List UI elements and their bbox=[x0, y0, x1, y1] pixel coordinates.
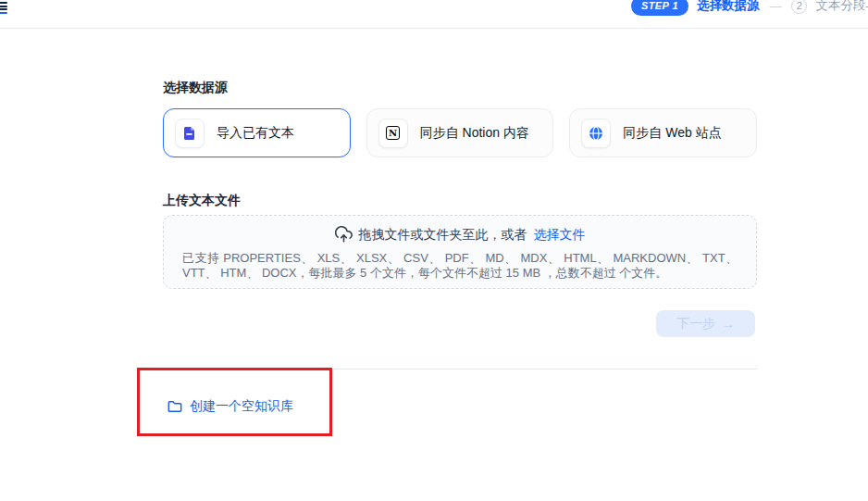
menu-icon[interactable] bbox=[0, 2, 7, 15]
choose-datasource-heading: 选择数据源 bbox=[163, 80, 228, 96]
create-empty-kb-link[interactable]: 创建一个空知识库 bbox=[167, 398, 293, 415]
drop-text: 拖拽文件或文件夹至此，或者 bbox=[359, 227, 527, 244]
supported-formats-text: 已支持 PROPERTIES、 XLS、 XLSX、 CSV、 PDF、 MD、… bbox=[182, 251, 738, 280]
folder-icon bbox=[167, 399, 182, 414]
step1-badge: STEP 1 bbox=[631, 0, 688, 16]
datasource-card-import-text[interactable]: 导入已有文本 bbox=[163, 108, 351, 157]
cloud-upload-icon bbox=[335, 226, 353, 244]
next-step-button[interactable]: 下一步 → bbox=[656, 310, 755, 337]
datasource-card-list: 导入已有文本 N 同步自 Notion 内容 同步自 Web 站点 bbox=[163, 108, 757, 157]
file-text-icon bbox=[175, 119, 205, 148]
datasource-card-notion[interactable]: N 同步自 Notion 内容 bbox=[366, 108, 554, 157]
step2-number-badge: 2 bbox=[791, 0, 807, 14]
file-dropzone[interactable]: 拖拽文件或文件夹至此，或者 选择文件 已支持 PROPERTIES、 XLS、 … bbox=[163, 215, 757, 289]
notion-icon: N bbox=[378, 119, 408, 148]
create-knowledge-page: STEP 1 选择数据源 — 2 文本分段与清洗 选择数据源 导入已有文本 N … bbox=[0, 0, 868, 501]
upload-file-heading: 上传文本文件 bbox=[163, 193, 241, 209]
dropzone-instruction: 拖拽文件或文件夹至此，或者 选择文件 bbox=[182, 226, 738, 244]
card-label: 同步自 Notion 内容 bbox=[420, 125, 529, 142]
next-step-label: 下一步 bbox=[676, 316, 715, 332]
browse-files-link[interactable]: 选择文件 bbox=[534, 227, 586, 244]
globe-icon bbox=[581, 119, 611, 148]
footer-divider bbox=[163, 369, 757, 369]
step1-label: 选择数据源 bbox=[697, 0, 760, 14]
step-separator: — bbox=[767, 0, 783, 13]
card-label: 同步自 Web 站点 bbox=[623, 125, 721, 142]
datasource-card-web[interactable]: 同步自 Web 站点 bbox=[569, 108, 757, 157]
create-empty-kb-label: 创建一个空知识库 bbox=[190, 398, 293, 415]
top-bar: STEP 1 选择数据源 — 2 文本分段与清洗 bbox=[0, 0, 868, 29]
card-label: 导入已有文本 bbox=[217, 125, 294, 142]
step2-label: 文本分段与清洗 bbox=[815, 0, 868, 14]
arrow-right-icon: → bbox=[722, 317, 735, 332]
step-indicator: STEP 1 选择数据源 — 2 文本分段与清洗 bbox=[631, 0, 868, 16]
